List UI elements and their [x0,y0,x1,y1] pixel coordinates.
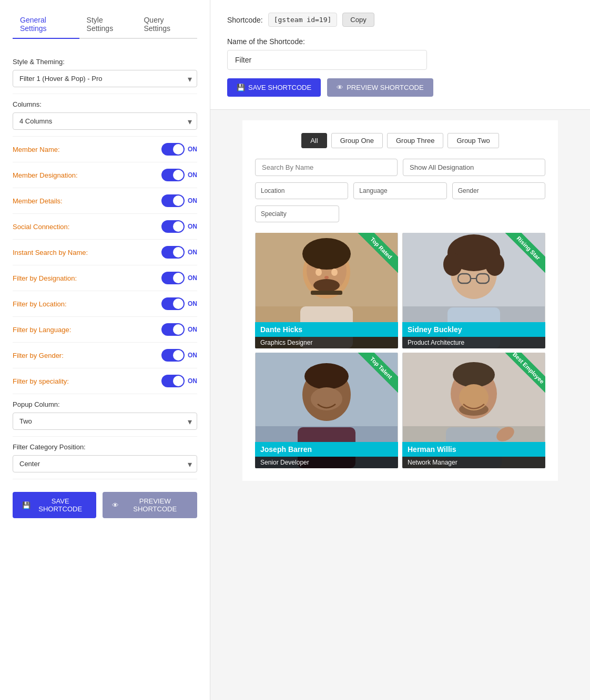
tab-general-settings[interactable]: General Settings [13,11,79,39]
filter-category-position-select-wrap: Center [13,455,197,472]
svg-point-8 [313,279,340,292]
tab-style-settings[interactable]: Style Settings [79,11,137,39]
member-details-status: ON [188,197,197,204]
bottom-buttons: 💾 SAVE SHORTCODE 👁 PREVIEW SHORTCODE [13,492,197,518]
popup-column-select[interactable]: Two [13,413,197,430]
social-connection-status: ON [188,223,197,230]
team-card-role-dante: Graphics Designer [255,337,398,348]
specialty-select[interactable]: Specialty [255,205,339,222]
search-filter-row: Show All Designation [255,159,545,176]
filter-designation-toggle-wrap: ON [161,272,197,284]
member-details-label: Member Details: [13,197,63,205]
member-details-toggle-wrap: ON [161,194,197,207]
member-details-row: Member Details: ON [13,188,197,214]
member-name-toggle[interactable] [161,143,185,156]
filter-designation-toggle[interactable] [161,272,185,284]
svg-point-5 [316,269,322,276]
team-card-dante[interactable]: Top Rated Dante Hicks Graphics Designer [255,233,398,348]
preview-shortcode-button-left[interactable]: 👁 PREVIEW SHORTCODE [103,492,197,518]
shortcode-code: [gsteam id=19] [268,13,338,27]
filter-gender-label: Filter by Gender: [13,352,64,359]
member-designation-status: ON [188,171,197,179]
social-connection-toggle[interactable] [161,220,185,233]
svg-point-20 [460,275,469,282]
filter-location-row: Filter by Location: ON [13,291,197,317]
location-select[interactable]: Location [255,182,348,199]
svg-point-32 [453,362,495,387]
preview-icon-left: 👁 [112,501,119,509]
language-select[interactable]: Language [353,182,446,199]
svg-point-7 [324,276,329,279]
popup-column-row: Popup Column: Two [13,394,197,437]
shortcode-label: Shortcode: [227,16,263,24]
columns-label: Columns: [13,100,197,108]
team-card-info-herman: Herman Willis Network Manager [402,442,545,468]
save-shortcode-button-left[interactable]: 💾 SAVE SHORTCODE [13,492,96,518]
svg-rect-10 [311,291,342,295]
filter-category-position-row: Filter Category Position: Center [13,437,197,479]
team-card-name-dante: Dante Hicks [255,322,398,337]
filter-dropdowns-row: Location Language Gender [255,182,545,199]
tab-query-settings[interactable]: Query Settings [136,11,197,39]
svg-point-27 [311,387,342,410]
gender-select[interactable]: Gender [452,182,545,199]
filter-speciality-label: Filter by speciality: [13,377,69,385]
columns-select[interactable]: 4 Columns [13,112,197,130]
filter-designation-row: Filter by Designation: ON [13,265,197,291]
member-designation-label: Member Designation: [13,171,78,179]
filter-category-position-label: Filter Category Position: [13,443,197,451]
filter-language-row: Filter by Language: ON [13,317,197,343]
filter-tab-group-three[interactable]: Group Three [387,133,443,148]
member-name-label: Member Name: [13,146,60,153]
style-theming-row: Style & Theming: Filter 1 (Hover & Pop) … [13,52,197,94]
left-panel: General Settings Style Settings Query Se… [0,0,210,700]
member-designation-toggle-wrap: ON [161,169,197,181]
search-by-name-input[interactable] [255,159,398,176]
team-card-name-herman: Herman Willis [402,442,545,457]
shortcode-row: Shortcode: [gsteam id=19] Copy [227,13,573,27]
filter-language-label: Filter by Language: [13,326,71,334]
filter-tab-all[interactable]: All [301,133,327,148]
member-designation-row: Member Designation: ON [13,162,197,188]
specialty-row: Specialty [255,205,545,222]
team-card-info-joseph: Joseph Barren Senior Developer [255,442,398,468]
filter-gender-toggle-wrap: ON [161,349,197,362]
instant-search-label: Instant Search by Name: [13,249,88,256]
copy-button[interactable]: Copy [342,13,374,27]
team-card-joseph[interactable]: Top Talent Joseph Barren Senior Develope… [255,353,398,468]
filter-speciality-toggle[interactable] [161,375,185,387]
svg-point-21 [479,275,487,282]
filter-language-toggle[interactable] [161,323,185,336]
svg-point-4 [302,238,351,270]
shortcode-name-input[interactable] [227,50,427,70]
svg-point-15 [443,253,462,276]
team-card-role-sidney: Product Architecture [402,337,545,348]
filter-tab-group-two[interactable]: Group Two [447,133,499,148]
team-card-herman[interactable]: Best Employee Herman Willis Network Mana… [402,353,545,468]
svg-point-26 [304,363,349,389]
team-card-info-sidney: Sidney Buckley Product Architecture [402,322,545,348]
team-grid: Top Rated Dante Hicks Graphics Designer [255,233,545,468]
preview-shortcode-button-right[interactable]: 👁 PREVIEW SHORTCODE [327,78,433,97]
save-shortcode-button-right[interactable]: 💾 SAVE SHORTCODE [227,78,321,97]
designation-select[interactable]: Show All Designation [403,159,545,176]
filter-tab-group-one[interactable]: Group One [331,133,383,148]
save-icon-left: 💾 [22,501,30,509]
filter-category-position-select[interactable]: Center [13,455,197,472]
member-designation-toggle[interactable] [161,169,185,181]
preview-inner: All Group One Group Three Group Two Show… [242,120,558,481]
popup-column-select-wrap: Two [13,413,197,430]
right-top-buttons: 💾 SAVE SHORTCODE 👁 PREVIEW SHORTCODE [227,78,573,97]
filter-location-toggle[interactable] [161,297,185,310]
team-card-sidney[interactable]: Rising Star Sidney Buckley Product Archi… [402,233,545,348]
instant-search-toggle[interactable] [161,246,185,259]
tabs-header: General Settings Style Settings Query Se… [13,11,197,39]
style-theming-select-wrap: Filter 1 (Hover & Pop) - Pro [13,70,197,87]
member-details-toggle[interactable] [161,194,185,207]
svg-point-6 [331,269,338,276]
filter-designation-label: Filter by Designation: [13,274,77,282]
filter-gender-toggle[interactable] [161,349,185,362]
style-theming-select[interactable]: Filter 1 (Hover & Pop) - Pro [13,70,197,87]
filter-location-status: ON [188,300,197,307]
filter-language-toggle-wrap: ON [161,323,197,336]
